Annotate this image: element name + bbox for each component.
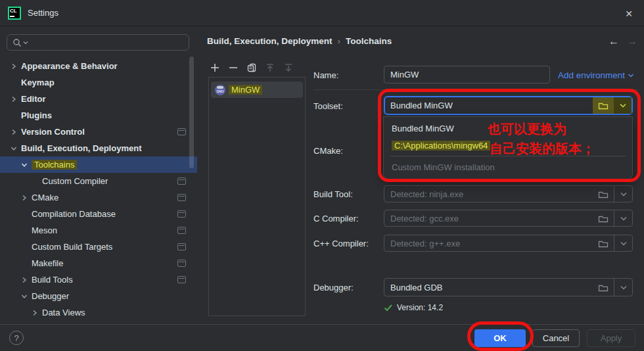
chevron-right-icon <box>9 62 21 71</box>
sidebar-item-label: Custom Compiler <box>42 176 108 186</box>
project-settings-icon <box>177 227 186 234</box>
back-arrow-icon[interactable]: ← <box>609 35 619 47</box>
project-settings-icon <box>177 210 186 218</box>
sidebar-scrollbar[interactable] <box>189 57 194 168</box>
sidebar-item-plugins[interactable]: Plugins <box>0 107 197 124</box>
sidebar-item-appearance-behavior[interactable]: Appearance & Behavior <box>0 58 197 74</box>
project-settings-icon <box>177 276 186 283</box>
move-down-icon[interactable] <box>283 62 294 74</box>
clion-logo-text: CL <box>10 8 17 14</box>
close-icon[interactable]: ✕ <box>622 7 636 21</box>
chevron-down-icon[interactable] <box>614 210 632 226</box>
ok-button[interactable]: OK <box>474 329 526 347</box>
name-value: MinGW <box>390 70 419 80</box>
apply-button[interactable]: Apply <box>587 329 635 347</box>
cpp-compiler-label: C++ Compiler: <box>313 239 369 248</box>
project-settings-icon <box>177 243 186 250</box>
sidebar-item-toolchains[interactable]: Toolchains <box>0 156 197 173</box>
browse-folder-icon[interactable] <box>593 97 614 114</box>
sidebar-item-data-views[interactable]: Data Views <box>0 304 197 321</box>
browse-folder-icon[interactable] <box>593 235 614 251</box>
debugger-combo[interactable]: Bundled GDB <box>384 278 633 296</box>
sidebar-item-build-tools[interactable]: Build Tools <box>0 271 197 288</box>
help-icon[interactable]: ? <box>9 331 24 345</box>
dropdown-option-custom-installation[interactable]: Custom MinGW installation <box>384 158 632 176</box>
toolchain-list-item[interactable]: MinGW <box>211 82 303 98</box>
project-settings-icon <box>177 260 186 267</box>
browse-folder-icon[interactable] <box>593 186 614 202</box>
sidebar-item-cmake[interactable]: CMake <box>0 189 197 206</box>
forward-arrow-icon[interactable]: → <box>627 35 637 47</box>
sidebar-item-editor[interactable]: Editor <box>0 91 197 107</box>
search-history-chevron-icon <box>23 40 28 45</box>
sidebar-item-debugger[interactable]: Debugger <box>0 288 197 304</box>
c-compiler-combo[interactable]: Detected: gcc.exe <box>384 210 633 227</box>
clion-logo-icon: CL <box>8 7 21 20</box>
cmake-label: CMake: <box>313 146 343 156</box>
chevron-down-icon <box>9 144 21 153</box>
version-text: Version: 14.2 <box>397 303 443 312</box>
copy-icon[interactable] <box>246 62 258 74</box>
build-tool-combo[interactable]: Detected: ninja.exe <box>384 185 633 202</box>
mingw-gnu-icon <box>215 85 225 95</box>
chevron-right-icon <box>30 308 42 317</box>
chevron-down-icon[interactable] <box>614 186 632 202</box>
name-label: Name: <box>313 70 338 80</box>
breadcrumb: Build, Execution, Deployment › Toolchain… <box>207 36 392 46</box>
cpp-compiler-combo[interactable]: Detected: g++.exe <box>384 235 633 252</box>
sidebar-item-makefile[interactable]: Makefile <box>0 255 197 271</box>
window-title: Settings <box>28 8 58 18</box>
chevron-down-icon[interactable] <box>614 279 632 296</box>
chevron-down-icon <box>20 292 32 301</box>
chevron-down-icon[interactable] <box>614 235 632 251</box>
remove-icon[interactable] <box>227 62 239 74</box>
chevron-down-icon <box>20 160 32 170</box>
sidebar-item-label: Appearance & Behavior <box>21 61 118 71</box>
toolset-combo[interactable]: Bundled MinGW <box>384 96 633 115</box>
sidebar-item-label: Keymap <box>21 78 55 87</box>
toolchain-list: MinGW <box>208 77 306 316</box>
debugger-label: Debugger: <box>313 283 354 292</box>
settings-tree: Appearance & Behavior Keymap Editor Plug… <box>0 58 197 324</box>
dropdown-divider <box>390 156 626 156</box>
sidebar-item-label: Toolchains <box>32 160 77 170</box>
cpp-compiler-value: Detected: g++.exe <box>390 239 460 248</box>
sidebar-item-meson[interactable]: Meson <box>0 222 197 239</box>
sidebar-item-label: Data Views <box>42 308 85 317</box>
chevron-down-icon <box>628 73 634 78</box>
move-up-icon[interactable] <box>264 62 276 74</box>
toolset-value: Bundled MinGW <box>390 101 453 110</box>
add-icon[interactable] <box>209 62 221 74</box>
sidebar-item-label: Custom Build Targets <box>32 242 112 252</box>
search-icon <box>12 38 22 47</box>
chevron-right-icon <box>9 95 21 104</box>
browse-folder-icon[interactable] <box>593 210 614 226</box>
cancel-button[interactable]: Cancel <box>532 329 580 347</box>
sidebar-item-custom-compiler[interactable]: Custom Compiler <box>0 173 197 189</box>
sidebar-item-label: Version Control <box>21 127 85 137</box>
breadcrumb-parent[interactable]: Build, Execution, Deployment <box>207 36 333 46</box>
settings-dialog: CL Settings ✕ Appearance & Behavior Keym… <box>0 0 644 351</box>
sidebar-item-version-control[interactable]: Version Control <box>0 124 197 140</box>
debugger-value: Bundled GDB <box>390 283 443 292</box>
sidebar-item-label: Debugger <box>32 291 69 301</box>
chevron-down-icon[interactable] <box>614 97 632 114</box>
check-icon <box>384 304 393 312</box>
sidebar-item-custom-build-targets[interactable]: Custom Build Targets <box>0 239 197 255</box>
project-settings-icon <box>177 128 186 135</box>
sidebar-item-keymap[interactable]: Keymap <box>0 74 197 91</box>
sidebar-item-build-execution-deployment[interactable]: Build, Execution, Deployment <box>0 140 197 156</box>
sidebar-item-compilation-database[interactable]: Compilation Database <box>0 206 197 222</box>
dropdown-option-custom-path[interactable]: C:\Applications\mingw64 <box>384 137 632 154</box>
breadcrumb-separator: › <box>338 36 341 46</box>
debugger-version-status: Version: 14.2 <box>384 303 443 312</box>
add-environment-link[interactable]: Add environment <box>558 70 634 80</box>
toolset-label: Toolset: <box>313 101 343 111</box>
toolset-dropdown: Bundled MinGW C:\Applications\mingw64 Cu… <box>383 116 633 179</box>
settings-search-input[interactable] <box>7 34 189 51</box>
toolchain-toolbar <box>209 62 294 74</box>
browse-folder-icon[interactable] <box>593 279 614 296</box>
name-input[interactable]: MinGW <box>384 66 550 83</box>
dropdown-option-bundled-mingw[interactable]: Bundled MinGW <box>384 120 632 137</box>
c-compiler-label: C Compiler: <box>313 214 359 223</box>
